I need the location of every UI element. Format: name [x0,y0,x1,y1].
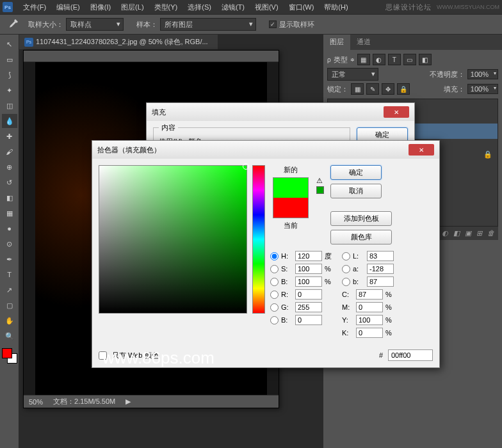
menu-window[interactable]: 窗口(W) [284,3,320,12]
add-swatch-button[interactable]: 添加到色板 [330,211,392,226]
lock-brush-icon[interactable]: ✎ [366,83,379,95]
k-input[interactable] [356,328,383,338]
shape-tool[interactable]: ▢ [2,298,17,312]
blur-tool[interactable]: ● [2,221,17,236]
l-radio[interactable] [342,252,350,260]
h-input[interactable] [295,251,322,261]
sample-dropdown[interactable]: 所有图层 [160,18,256,31]
menu-edit[interactable]: 编辑(E) [51,3,85,12]
lasso-tool[interactable]: ⟆ [2,68,17,82]
new-color [273,178,308,198]
websafe-swatch[interactable] [316,186,324,194]
r-input[interactable] [295,289,322,300]
warning-icon[interactable]: ⚠ [316,177,325,185]
eyedropper-tool[interactable]: 💧 [2,114,17,128]
stamp-tool[interactable]: ⊕ [2,160,17,174]
fill-dialog-title[interactable]: 填充 ✕ [147,103,414,121]
type-tool[interactable]: T [2,268,17,282]
cancel-button[interactable]: 取消 [330,184,382,198]
gradient-tool[interactable]: ▦ [2,206,17,220]
dodge-tool[interactable]: ⊙ [2,237,17,251]
ok-button[interactable]: 确定 [330,165,382,180]
lock-pixels-icon[interactable]: ▦ [351,83,364,95]
move-tool[interactable]: ↖ [2,37,17,51]
ps-icon: Ps [24,38,33,47]
menu-type[interactable]: 类型(Y) [149,3,183,12]
s-input[interactable] [295,264,322,274]
lock-all-icon[interactable]: 🔒 [397,83,410,95]
hand-tool[interactable]: ✋ [2,314,17,328]
filter-smart-icon[interactable]: ◧ [419,54,432,65]
b2-radio[interactable] [342,278,350,286]
a-radio[interactable] [342,265,350,273]
bl-input[interactable] [295,315,322,325]
menu-view[interactable]: 视图(V) [250,3,284,12]
color-swatches[interactable] [2,348,17,364]
color-preview [273,177,309,218]
crop-tool[interactable]: ◫ [2,99,17,113]
c-input[interactable] [356,289,383,300]
picker-title-bar[interactable]: 拾色器（填充颜色） ✕ [92,141,439,159]
menu-filter[interactable]: 滤镜(T) [216,3,250,12]
show-ring-label: 显示取样环 [279,20,314,29]
l-input[interactable] [367,251,394,261]
h-radio[interactable] [270,252,279,260]
mask-icon[interactable]: ◐ [442,229,448,237]
blend-mode-dropdown[interactable]: 正常 [327,68,378,81]
bl-radio[interactable] [270,316,279,324]
b-input[interactable] [295,276,322,287]
g-radio[interactable] [270,303,279,312]
menu-help[interactable]: 帮助(H) [319,3,353,12]
close-icon[interactable]: ✕ [409,144,434,156]
hue-slider[interactable] [252,165,265,314]
fill-opacity-value[interactable]: 100% [467,84,498,94]
web-only-checkbox[interactable] [99,351,107,360]
opacity-value[interactable]: 100% [467,69,498,79]
filter-shape-icon[interactable]: ▭ [403,54,416,65]
s-radio[interactable] [270,265,279,273]
g-input[interactable] [295,302,322,312]
eyedropper-icon [6,18,19,31]
zoom-level[interactable]: 50% [29,398,43,406]
show-ring-checkbox[interactable]: ✓ [269,20,277,28]
saturation-value-box[interactable] [99,165,247,314]
color-libraries-button[interactable]: 颜色库 [330,230,392,244]
channels-tab[interactable]: 通道 [350,35,377,50]
filter-type-icon[interactable]: T [388,54,401,65]
new-layer-icon[interactable]: ⊞ [476,229,482,237]
group-icon[interactable]: ▣ [465,229,471,237]
zoom-tool[interactable]: 🔍 [2,329,17,343]
sample-size-label: 取样大小： [28,20,63,29]
b-radio[interactable] [270,278,279,286]
menu-layer[interactable]: 图层(L) [116,3,149,12]
marquee-tool[interactable]: ▭ [2,52,17,67]
adjustment-icon[interactable]: ◧ [453,229,460,237]
sample-size-dropdown[interactable]: 取样点 [66,18,124,31]
y-input[interactable] [356,315,383,325]
wand-tool[interactable]: ✦ [2,83,17,97]
r-radio[interactable] [270,291,279,299]
close-icon[interactable]: ✕ [384,106,409,118]
fg-color[interactable] [2,348,12,358]
opacity-label: 不透明度： [430,70,465,79]
menu-select[interactable]: 选择(S) [182,3,216,12]
history-brush-tool[interactable]: ↺ [2,175,17,189]
pen-tool[interactable]: ✒ [2,252,17,266]
trash-icon[interactable]: 🗑 [487,229,494,237]
brush-tool[interactable]: 🖌 [2,145,17,159]
menu-image[interactable]: 图像(I) [85,3,116,12]
eraser-tool[interactable]: ◧ [2,191,17,205]
filter-adjust-icon[interactable]: ◐ [373,54,385,65]
m-input[interactable] [356,302,383,312]
layers-tab[interactable]: 图层 [323,35,350,50]
filter-pixel-icon[interactable]: ▦ [357,54,370,65]
document-title: 11074431_122403780263_2.jpg @ 50% (绿色, R… [36,37,208,47]
path-tool[interactable]: ↗ [2,283,17,297]
b2-input[interactable] [367,276,394,287]
document-tab[interactable]: Ps 11074431_122403780263_2.jpg @ 50% (绿色… [19,35,218,49]
a-input[interactable] [367,264,394,274]
menu-file[interactable]: 文件(F) [18,3,51,12]
lock-move-icon[interactable]: ✥ [382,83,394,95]
heal-tool[interactable]: ✚ [2,129,17,143]
hex-input[interactable] [388,349,433,361]
